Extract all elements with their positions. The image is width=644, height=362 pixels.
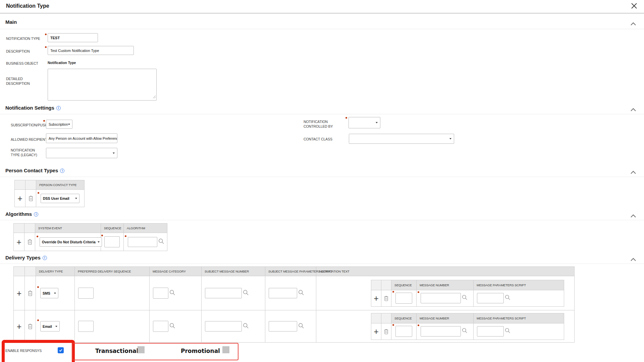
column-header: MESSAGE PARAMETERS SCRIPT: [474, 313, 564, 323]
required-dot: [37, 286, 39, 288]
add-row-icon[interactable]: +: [371, 295, 381, 302]
info-icon[interactable]: i: [60, 169, 64, 173]
system-event-select[interactable]: Override Do Not Disturb Criteria: [40, 237, 102, 247]
table-row-sms: + SMS: [14, 276, 575, 310]
delivery-type-select[interactable]: SMS: [40, 288, 58, 298]
column-header: SEQUENCE: [391, 280, 417, 290]
business-object-label: BUSINESS OBJECT: [6, 61, 38, 66]
preferred-delivery-sequence-input[interactable]: [78, 321, 94, 332]
column-header: MESSAGE NUMBER: [417, 313, 474, 323]
search-icon[interactable]: [243, 323, 249, 330]
search-icon[interactable]: [158, 238, 164, 246]
subject-message-parameters-script-input[interactable]: [269, 288, 297, 298]
algorithms-table: SYSTEM EVENT SEQUENCE ALGORITHM + Overri…: [13, 223, 167, 251]
delete-row-icon[interactable]: [381, 328, 391, 335]
delete-row-icon[interactable]: [24, 239, 35, 245]
delete-row-icon[interactable]: [25, 323, 36, 329]
message-parameters-script-input[interactable]: [477, 326, 504, 337]
notification-type-input[interactable]: [48, 33, 98, 42]
message-category-input[interactable]: [153, 288, 168, 299]
sequence-input[interactable]: [395, 293, 412, 304]
message-category-input[interactable]: [153, 321, 168, 332]
search-icon[interactable]: [298, 323, 304, 330]
add-row-icon[interactable]: +: [14, 290, 24, 297]
required-dot: [45, 34, 47, 35]
description-input[interactable]: [48, 46, 134, 55]
table-row-email: + Email: [14, 310, 575, 343]
add-row-icon[interactable]: +: [371, 328, 381, 335]
notification-type-label: NOTIFICATION TYPE: [6, 36, 40, 41]
search-icon[interactable]: [462, 328, 468, 335]
select-value: Any Person on Account with Allow Prefere…: [49, 136, 117, 140]
column-header: NOTIFICATION TEXT: [316, 267, 575, 276]
allowed-recipient-select[interactable]: Any Person on Account with Allow Prefere…: [46, 133, 117, 143]
required-dot: [392, 324, 394, 326]
required-dot: [101, 235, 103, 236]
plus-glyph: +: [17, 290, 22, 297]
search-icon[interactable]: [298, 290, 304, 297]
section-title-text: Delivery Types: [5, 255, 41, 260]
subscription-push-select[interactable]: Subscription: [46, 120, 72, 129]
subject-message-number-input[interactable]: [205, 288, 242, 298]
delivery-types-table: DELIVERY TYPE PREFERRED DELIVERY SEQUENC…: [13, 266, 575, 343]
subject-message-parameters-script-input[interactable]: [269, 321, 297, 331]
section-title-person-contact-types: Person Contact Typesi: [5, 168, 64, 173]
dropdown-caret-icon: [55, 326, 57, 327]
notification-type-legacy-label: NOTIFICATION TYPE (LEGACY): [11, 148, 44, 157]
detailed-description-textarea[interactable]: [48, 69, 157, 101]
person-contact-type-select[interactable]: DSS User Email: [41, 194, 79, 203]
notification-type-legacy-select[interactable]: [46, 148, 117, 158]
transactional-checkbox[interactable]: [138, 346, 145, 353]
preferred-delivery-sequence-input[interactable]: [78, 288, 94, 299]
add-row-icon[interactable]: +: [15, 195, 25, 202]
algorithm-input[interactable]: [128, 237, 157, 247]
promotional-checkbox[interactable]: [222, 346, 229, 353]
search-icon[interactable]: [462, 295, 468, 302]
promotional-label: Promotional: [181, 348, 220, 354]
sequence-input[interactable]: [104, 236, 120, 247]
notification-text-table: SEQUENCE MESSAGE NUMBER MESSAGE PARAMETE…: [371, 280, 564, 307]
delete-row-icon[interactable]: [25, 195, 36, 201]
info-icon[interactable]: i: [56, 106, 61, 110]
column-header: SEQUENCE: [101, 224, 124, 233]
required-dot: [38, 192, 39, 194]
delete-row-icon[interactable]: [381, 295, 391, 301]
notification-text-table: SEQUENCE MESSAGE NUMBER MESSAGE PARAMETE…: [371, 313, 564, 340]
resize-grip-icon[interactable]: [153, 94, 156, 100]
collapse-chevron-icon[interactable]: [631, 107, 636, 113]
search-icon[interactable]: [169, 290, 175, 297]
section-divider: [0, 114, 644, 114]
notification-controlled-by-label: NOTIFICATION CONTROLLED BY: [304, 119, 339, 129]
search-icon[interactable]: [505, 295, 511, 302]
add-row-icon[interactable]: +: [14, 239, 24, 245]
section-title-delivery-types: Delivery Typesi: [5, 255, 47, 260]
delivery-type-select[interactable]: Email: [40, 321, 60, 331]
message-parameters-script-input[interactable]: [477, 293, 504, 303]
section-title-algorithms: Algorithmsi: [5, 211, 38, 217]
plus-glyph: +: [16, 239, 21, 245]
delete-row-icon[interactable]: [25, 290, 36, 296]
sequence-input[interactable]: [395, 326, 412, 337]
subscription-push-label: SUBSCRIPTION/PUSH: [11, 123, 47, 127]
notification-controlled-by-select[interactable]: [348, 117, 380, 128]
table-row: + Override Do Not Disturb Criteria: [14, 233, 167, 251]
info-icon[interactable]: i: [43, 256, 47, 260]
person-contact-types-table: PERSON CONTACT TYPE + DSS User Email: [14, 180, 85, 207]
enable-responsys-checkbox[interactable]: [58, 347, 64, 353]
collapse-chevron-icon[interactable]: [631, 256, 636, 262]
search-icon[interactable]: [169, 323, 175, 330]
search-icon[interactable]: [243, 290, 249, 297]
search-icon[interactable]: [505, 328, 511, 335]
add-row-icon[interactable]: +: [14, 323, 24, 330]
close-icon[interactable]: [631, 2, 638, 11]
message-number-input[interactable]: [421, 293, 461, 303]
business-object-value: Notification Type: [48, 61, 76, 65]
collapse-chevron-icon[interactable]: [631, 169, 636, 175]
message-number-input[interactable]: [421, 326, 461, 337]
info-icon[interactable]: i: [34, 212, 38, 217]
contact-class-select[interactable]: [349, 134, 454, 144]
collapse-chevron-icon[interactable]: [631, 213, 636, 219]
icon-column-header: [24, 224, 35, 233]
collapse-chevron-icon[interactable]: [631, 21, 636, 27]
subject-message-number-input[interactable]: [205, 321, 242, 331]
